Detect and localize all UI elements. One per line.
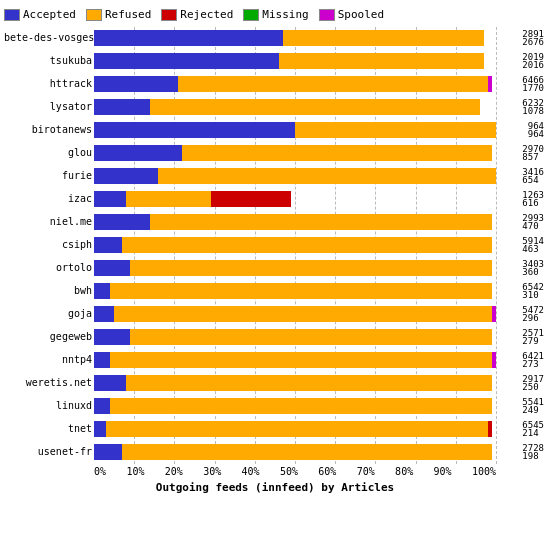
bar-track: 62321078 (94, 99, 496, 115)
legend-label: Refused (105, 8, 151, 21)
bar-segment-refused (178, 76, 488, 92)
x-axis-labels: 0%10%20%30%40%50%60%70%80%90%100% (94, 466, 496, 477)
bar-segment-accepted (94, 53, 279, 69)
bar-values: 6421273 (522, 352, 544, 368)
bar-values: 28912676 (522, 30, 544, 46)
bar-track: 6545214 (94, 421, 496, 437)
row-label: lysator (4, 96, 92, 118)
bar-values: 5914463 (522, 237, 544, 253)
bar-segment-rejected (211, 191, 291, 207)
bar-segment-accepted (94, 260, 130, 276)
bar-track: 5541249 (94, 398, 496, 414)
legend-item-refused: Refused (86, 8, 151, 21)
table-row: lysator62321078 (94, 96, 496, 118)
bar-segment-accepted (94, 398, 110, 414)
bar-segment-accepted (94, 306, 114, 322)
table-row: tsukuba20192016 (94, 50, 496, 72)
row-label: csiph (4, 234, 92, 256)
bar-segment-accepted (94, 352, 110, 368)
bar-track: 2571279 (94, 329, 496, 345)
row-label: niel.me (4, 211, 92, 233)
legend-label: Missing (262, 8, 308, 21)
legend-swatch (161, 9, 177, 21)
bar-track: 964964 (94, 122, 496, 138)
row-label: ortolo (4, 257, 92, 279)
table-row: bete-des-vosges28912676 (94, 27, 496, 49)
legend-swatch (4, 9, 20, 21)
bar-segment-spooled (492, 352, 496, 368)
bar-segment-refused (126, 191, 210, 207)
row-label: weretis.net (4, 372, 92, 394)
grid-line (496, 27, 497, 464)
table-row: furie3416654 (94, 165, 496, 187)
table-row: bwh6542310 (94, 280, 496, 302)
bar-track: 1263616 (94, 191, 496, 207)
table-row: gegeweb2571279 (94, 326, 496, 348)
table-row: httrack64661770 (94, 73, 496, 95)
table-row: csiph5914463 (94, 234, 496, 256)
bar-values: 3416654 (522, 168, 544, 184)
table-row: weretis.net2917250 (94, 372, 496, 394)
table-row: usenet-fr2728198 (94, 441, 496, 463)
bar-values: 2993470 (522, 214, 544, 230)
row-label: linuxd (4, 395, 92, 417)
bar-segment-accepted (94, 145, 182, 161)
bar-segment-accepted (94, 421, 106, 437)
bar-track: 2993470 (94, 214, 496, 230)
bar-segment-spooled (488, 76, 492, 92)
bar-track: 20192016 (94, 53, 496, 69)
legend-swatch (319, 9, 335, 21)
row-label: izac (4, 188, 92, 210)
row-label: usenet-fr (4, 441, 92, 463)
bar-segment-refused (110, 352, 492, 368)
table-row: birotanews964964 (94, 119, 496, 141)
bar-segment-refused (130, 260, 492, 276)
bar-track: 2917250 (94, 375, 496, 391)
bar-values: 2970857 (522, 145, 544, 161)
legend-swatch (86, 9, 102, 21)
bar-values: 2571279 (522, 329, 544, 345)
row-label: glou (4, 142, 92, 164)
legend-label: Rejected (180, 8, 233, 21)
row-label: bwh (4, 280, 92, 302)
x-axis-label: 40% (242, 466, 260, 477)
x-axis-label: 70% (357, 466, 375, 477)
bar-values: 2728198 (522, 444, 544, 460)
bar-segment-refused (295, 122, 496, 138)
row-label: tnet (4, 418, 92, 440)
bar-segment-spooled (492, 306, 496, 322)
x-axis-label: 20% (165, 466, 183, 477)
row-label: birotanews (4, 119, 92, 141)
x-axis-label: 60% (318, 466, 336, 477)
bar-values: 964964 (528, 122, 544, 138)
bar-track: 3416654 (94, 168, 496, 184)
chart-wrapper: bete-des-vosges28912676tsukuba20192016ht… (4, 27, 546, 464)
bar-values: 64661770 (522, 76, 544, 92)
bar-segment-accepted (94, 375, 126, 391)
bar-segment-refused (106, 421, 488, 437)
x-axis-label: 100% (472, 466, 496, 477)
bar-values: 62321078 (522, 99, 544, 115)
bar-segment-accepted (94, 168, 158, 184)
bar-values: 20192016 (522, 53, 544, 69)
row-label: goja (4, 303, 92, 325)
table-row: niel.me2993470 (94, 211, 496, 233)
bar-segment-accepted (94, 30, 283, 46)
bar-segment-refused (122, 237, 492, 253)
bar-segment-refused (110, 398, 492, 414)
legend-swatch (243, 9, 259, 21)
bar-segment-accepted (94, 329, 130, 345)
bar-segment-refused (110, 283, 492, 299)
x-axis-label: 80% (395, 466, 413, 477)
bar-track: 28912676 (94, 30, 496, 46)
x-axis-label: 0% (94, 466, 106, 477)
bar-values: 5472296 (522, 306, 544, 322)
table-row: goja5472296 (94, 303, 496, 325)
legend-label: Spooled (338, 8, 384, 21)
bar-values: 6545214 (522, 421, 544, 437)
bar-segment-refused (283, 30, 484, 46)
row-label: httrack (4, 73, 92, 95)
bar-values: 5541249 (522, 398, 544, 414)
bar-segment-refused (150, 214, 492, 230)
bar-values: 1263616 (522, 191, 544, 207)
